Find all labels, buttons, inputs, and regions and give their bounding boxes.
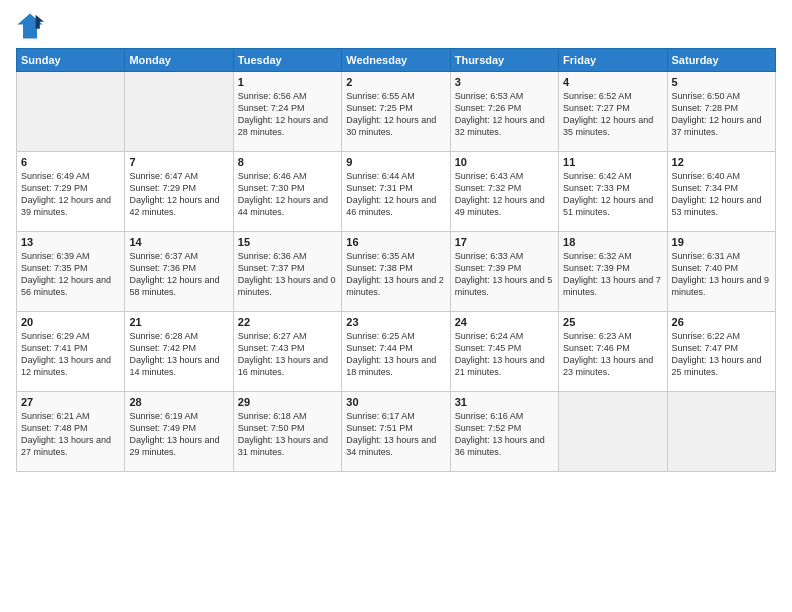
day-number: 5 [672, 76, 771, 88]
day-info: Sunrise: 6:18 AM Sunset: 7:50 PM Dayligh… [238, 410, 337, 459]
calendar-cell: 19Sunrise: 6:31 AM Sunset: 7:40 PM Dayli… [667, 232, 775, 312]
day-info: Sunrise: 6:17 AM Sunset: 7:51 PM Dayligh… [346, 410, 445, 459]
day-info: Sunrise: 6:44 AM Sunset: 7:31 PM Dayligh… [346, 170, 445, 219]
day-number: 1 [238, 76, 337, 88]
day-number: 28 [129, 396, 228, 408]
day-info: Sunrise: 6:53 AM Sunset: 7:26 PM Dayligh… [455, 90, 554, 139]
calendar-table: SundayMondayTuesdayWednesdayThursdayFrid… [16, 48, 776, 472]
day-info: Sunrise: 6:36 AM Sunset: 7:37 PM Dayligh… [238, 250, 337, 299]
day-number: 30 [346, 396, 445, 408]
day-number: 31 [455, 396, 554, 408]
calendar-cell [17, 72, 125, 152]
calendar-week-row: 27Sunrise: 6:21 AM Sunset: 7:48 PM Dayli… [17, 392, 776, 472]
day-info: Sunrise: 6:40 AM Sunset: 7:34 PM Dayligh… [672, 170, 771, 219]
day-number: 26 [672, 316, 771, 328]
calendar-cell [559, 392, 667, 472]
day-of-week-header: Friday [559, 49, 667, 72]
calendar-cell: 26Sunrise: 6:22 AM Sunset: 7:47 PM Dayli… [667, 312, 775, 392]
calendar-cell [125, 72, 233, 152]
day-info: Sunrise: 6:43 AM Sunset: 7:32 PM Dayligh… [455, 170, 554, 219]
calendar-cell: 31Sunrise: 6:16 AM Sunset: 7:52 PM Dayli… [450, 392, 558, 472]
day-number: 22 [238, 316, 337, 328]
day-number: 14 [129, 236, 228, 248]
calendar-cell: 10Sunrise: 6:43 AM Sunset: 7:32 PM Dayli… [450, 152, 558, 232]
calendar-cell: 20Sunrise: 6:29 AM Sunset: 7:41 PM Dayli… [17, 312, 125, 392]
day-number: 7 [129, 156, 228, 168]
day-info: Sunrise: 6:24 AM Sunset: 7:45 PM Dayligh… [455, 330, 554, 379]
calendar-cell: 1Sunrise: 6:56 AM Sunset: 7:24 PM Daylig… [233, 72, 341, 152]
calendar-cell: 2Sunrise: 6:55 AM Sunset: 7:25 PM Daylig… [342, 72, 450, 152]
day-info: Sunrise: 6:37 AM Sunset: 7:36 PM Dayligh… [129, 250, 228, 299]
calendar-cell: 9Sunrise: 6:44 AM Sunset: 7:31 PM Daylig… [342, 152, 450, 232]
day-info: Sunrise: 6:56 AM Sunset: 7:24 PM Dayligh… [238, 90, 337, 139]
calendar-week-row: 1Sunrise: 6:56 AM Sunset: 7:24 PM Daylig… [17, 72, 776, 152]
calendar-cell: 4Sunrise: 6:52 AM Sunset: 7:27 PM Daylig… [559, 72, 667, 152]
day-info: Sunrise: 6:29 AM Sunset: 7:41 PM Dayligh… [21, 330, 120, 379]
day-info: Sunrise: 6:35 AM Sunset: 7:38 PM Dayligh… [346, 250, 445, 299]
day-number: 3 [455, 76, 554, 88]
calendar-cell: 11Sunrise: 6:42 AM Sunset: 7:33 PM Dayli… [559, 152, 667, 232]
day-number: 15 [238, 236, 337, 248]
day-number: 4 [563, 76, 662, 88]
day-number: 12 [672, 156, 771, 168]
calendar-header: SundayMondayTuesdayWednesdayThursdayFrid… [17, 49, 776, 72]
calendar-cell: 14Sunrise: 6:37 AM Sunset: 7:36 PM Dayli… [125, 232, 233, 312]
day-number: 18 [563, 236, 662, 248]
logo [16, 12, 48, 40]
calendar-body: 1Sunrise: 6:56 AM Sunset: 7:24 PM Daylig… [17, 72, 776, 472]
day-info: Sunrise: 6:27 AM Sunset: 7:43 PM Dayligh… [238, 330, 337, 379]
day-info: Sunrise: 6:47 AM Sunset: 7:29 PM Dayligh… [129, 170, 228, 219]
day-info: Sunrise: 6:42 AM Sunset: 7:33 PM Dayligh… [563, 170, 662, 219]
calendar-cell: 12Sunrise: 6:40 AM Sunset: 7:34 PM Dayli… [667, 152, 775, 232]
day-number: 9 [346, 156, 445, 168]
day-info: Sunrise: 6:21 AM Sunset: 7:48 PM Dayligh… [21, 410, 120, 459]
page-container: SundayMondayTuesdayWednesdayThursdayFrid… [0, 0, 792, 484]
calendar-cell: 18Sunrise: 6:32 AM Sunset: 7:39 PM Dayli… [559, 232, 667, 312]
day-info: Sunrise: 6:28 AM Sunset: 7:42 PM Dayligh… [129, 330, 228, 379]
calendar-cell: 3Sunrise: 6:53 AM Sunset: 7:26 PM Daylig… [450, 72, 558, 152]
calendar-week-row: 13Sunrise: 6:39 AM Sunset: 7:35 PM Dayli… [17, 232, 776, 312]
calendar-cell: 27Sunrise: 6:21 AM Sunset: 7:48 PM Dayli… [17, 392, 125, 472]
day-number: 8 [238, 156, 337, 168]
day-number: 27 [21, 396, 120, 408]
day-info: Sunrise: 6:31 AM Sunset: 7:40 PM Dayligh… [672, 250, 771, 299]
calendar-cell: 24Sunrise: 6:24 AM Sunset: 7:45 PM Dayli… [450, 312, 558, 392]
day-info: Sunrise: 6:33 AM Sunset: 7:39 PM Dayligh… [455, 250, 554, 299]
calendar-cell: 29Sunrise: 6:18 AM Sunset: 7:50 PM Dayli… [233, 392, 341, 472]
day-info: Sunrise: 6:52 AM Sunset: 7:27 PM Dayligh… [563, 90, 662, 139]
day-of-week-header: Monday [125, 49, 233, 72]
calendar-cell: 17Sunrise: 6:33 AM Sunset: 7:39 PM Dayli… [450, 232, 558, 312]
day-info: Sunrise: 6:49 AM Sunset: 7:29 PM Dayligh… [21, 170, 120, 219]
calendar-cell: 21Sunrise: 6:28 AM Sunset: 7:42 PM Dayli… [125, 312, 233, 392]
calendar-cell: 23Sunrise: 6:25 AM Sunset: 7:44 PM Dayli… [342, 312, 450, 392]
day-of-week-header: Tuesday [233, 49, 341, 72]
calendar-cell: 25Sunrise: 6:23 AM Sunset: 7:46 PM Dayli… [559, 312, 667, 392]
calendar-cell: 13Sunrise: 6:39 AM Sunset: 7:35 PM Dayli… [17, 232, 125, 312]
calendar-cell: 28Sunrise: 6:19 AM Sunset: 7:49 PM Dayli… [125, 392, 233, 472]
day-info: Sunrise: 6:23 AM Sunset: 7:46 PM Dayligh… [563, 330, 662, 379]
day-of-week-header: Saturday [667, 49, 775, 72]
calendar-cell: 8Sunrise: 6:46 AM Sunset: 7:30 PM Daylig… [233, 152, 341, 232]
days-of-week-row: SundayMondayTuesdayWednesdayThursdayFrid… [17, 49, 776, 72]
day-info: Sunrise: 6:22 AM Sunset: 7:47 PM Dayligh… [672, 330, 771, 379]
day-number: 19 [672, 236, 771, 248]
day-number: 17 [455, 236, 554, 248]
day-of-week-header: Wednesday [342, 49, 450, 72]
day-info: Sunrise: 6:55 AM Sunset: 7:25 PM Dayligh… [346, 90, 445, 139]
day-info: Sunrise: 6:39 AM Sunset: 7:35 PM Dayligh… [21, 250, 120, 299]
day-number: 2 [346, 76, 445, 88]
day-number: 29 [238, 396, 337, 408]
day-number: 13 [21, 236, 120, 248]
day-number: 20 [21, 316, 120, 328]
day-info: Sunrise: 6:32 AM Sunset: 7:39 PM Dayligh… [563, 250, 662, 299]
calendar-cell: 16Sunrise: 6:35 AM Sunset: 7:38 PM Dayli… [342, 232, 450, 312]
day-number: 21 [129, 316, 228, 328]
day-number: 25 [563, 316, 662, 328]
header [16, 12, 776, 40]
calendar-cell: 7Sunrise: 6:47 AM Sunset: 7:29 PM Daylig… [125, 152, 233, 232]
calendar-cell: 15Sunrise: 6:36 AM Sunset: 7:37 PM Dayli… [233, 232, 341, 312]
calendar-cell: 5Sunrise: 6:50 AM Sunset: 7:28 PM Daylig… [667, 72, 775, 152]
calendar-cell: 30Sunrise: 6:17 AM Sunset: 7:51 PM Dayli… [342, 392, 450, 472]
svg-marker-1 [36, 15, 44, 29]
day-number: 23 [346, 316, 445, 328]
